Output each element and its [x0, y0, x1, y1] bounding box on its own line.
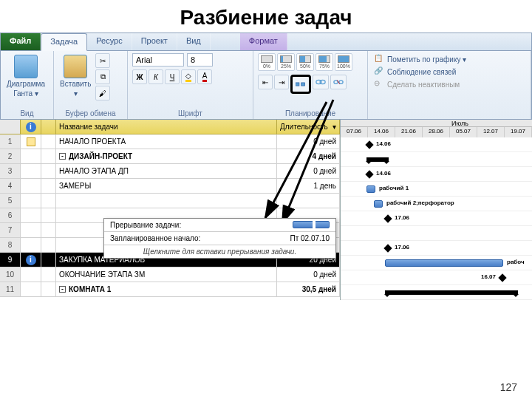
gantt-row[interactable]: 14.06 — [341, 137, 532, 152]
gantt-row[interactable]: 16.07 — [341, 270, 532, 285]
gantt-row[interactable]: 17.06 — [341, 211, 532, 226]
timescale-cell: 14.06 — [368, 127, 395, 137]
gantt-row[interactable]: 17.06 — [341, 241, 532, 256]
hdr-duration[interactable]: Длительность▾ — [277, 120, 340, 134]
hdr-info[interactable]: i — [21, 120, 41, 134]
outdent-button[interactable]: ⇤ — [258, 75, 273, 89]
ribbon-tabs: Файл Задача Ресурс Проект Вид Формат — [1, 33, 531, 51]
table-row[interactable]: 5 — [0, 194, 340, 208]
paste-icon — [64, 55, 87, 78]
font-name-select[interactable] — [132, 53, 184, 66]
timescale-cell: 19.07 — [505, 127, 532, 137]
gantt-row[interactable]: рабоч — [341, 256, 532, 270]
gantt-row[interactable] — [341, 285, 532, 300]
group-font-label: Шрифт — [132, 109, 248, 118]
gantt-timescale: Июль 07.0614.0621.0628.0605.0712.0719.07 — [341, 120, 532, 137]
ribbon: Файл Задача Ресурс Проект Вид Формат Диа… — [0, 33, 532, 120]
gantt-chart-button[interactable]: Диаграмма Ганта ▾ — [5, 53, 47, 99]
pct-75-button[interactable]: 75% — [316, 53, 333, 71]
svg-rect-1 — [301, 83, 305, 86]
tab-view[interactable]: Вид — [177, 33, 211, 50]
tab-project[interactable]: Проект — [132, 33, 177, 50]
format-painter-button[interactable]: 🖌 — [95, 86, 110, 100]
group-planning-label: Планирование — [258, 109, 363, 118]
svg-point-5 — [339, 81, 343, 83]
ribbon-body: Диаграмма Ганта ▾ Вид Вставить ▾ ✂ ⧉ 🖌 Б — [1, 51, 531, 119]
group-clipboard-label: Буфер обмена — [58, 109, 123, 118]
gantt-row[interactable]: 14.06 — [341, 167, 532, 182]
unlink-tasks-button[interactable] — [330, 75, 347, 89]
paste-button[interactable]: Вставить ▾ — [58, 53, 92, 99]
indent-button[interactable]: ⇥ — [274, 75, 289, 89]
group-view-label: Вид — [5, 109, 49, 118]
table-row[interactable]: 11-КОМНАТА 130,5 дней — [0, 282, 340, 297]
gantt-row[interactable]: рабочий 1 — [341, 182, 532, 197]
sheet-area: i Название задачи Длительность▾ 1НАЧАЛО … — [0, 120, 532, 300]
tooltip-plan-value: Пт 02.07.10 — [290, 234, 330, 242]
info-icon: i — [26, 255, 36, 265]
cut-button[interactable]: ✂ — [95, 53, 110, 68]
pct-25-button[interactable]: 25% — [277, 53, 295, 71]
copy-button[interactable]: ⧉ — [95, 69, 110, 84]
links-icon: 🔗 — [374, 66, 384, 77]
split-task-tooltip: Прерывание задачи: Запланированное начал… — [103, 218, 336, 259]
italic-button[interactable]: К — [149, 69, 163, 84]
timescale-cell: 21.06 — [395, 127, 423, 137]
svg-rect-0 — [296, 83, 299, 86]
inactive-icon: ⊖ — [374, 79, 384, 89]
info-icon: i — [26, 122, 36, 132]
respect-links-button[interactable]: 🔗Соблюдение связей — [372, 66, 526, 78]
tab-resource[interactable]: Ресурс — [87, 33, 132, 50]
note-icon — [27, 137, 35, 146]
underline-button[interactable]: Ч — [165, 69, 180, 84]
table-row[interactable]: 4ЗАМЕРЫ1 день — [0, 179, 340, 194]
hdr-name[interactable]: Название задачи — [56, 120, 277, 134]
timescale-cell: 07.06 — [341, 127, 368, 137]
page-number: 127 — [500, 381, 517, 393]
tab-file[interactable]: Файл — [1, 33, 41, 50]
tooltip-title: Прерывание задачи: — [110, 221, 181, 229]
fill-color-button[interactable]: ◇ — [181, 69, 196, 84]
bold-button[interactable]: Ж — [132, 69, 147, 84]
gantt-icon — [14, 55, 38, 78]
table-header: i Название задачи Длительность▾ — [0, 120, 340, 134]
font-color-button[interactable]: A — [197, 69, 212, 84]
pct-100-button[interactable]: 100% — [335, 53, 352, 71]
font-size-select[interactable] — [187, 53, 213, 66]
task-table: i Название задачи Длительность▾ 1НАЧАЛО … — [0, 120, 340, 300]
table-row[interactable]: 3НАЧАЛО ЭТАПА ДП0 дней — [0, 164, 340, 179]
timescale-cell: 28.06 — [423, 127, 450, 137]
hdr-indicators[interactable] — [41, 120, 56, 134]
tooltip-hint: Щелкните для вставки прерывания задачи. — [104, 245, 335, 258]
tooltip-plan-label: Запланированное начало: — [110, 234, 200, 242]
pct-50-button[interactable]: 50% — [296, 53, 314, 71]
mark-on-track-button[interactable]: 📋Пометить по графику ▾ — [372, 53, 526, 65]
svg-point-3 — [320, 80, 325, 83]
table-row[interactable]: 2-ДИЗАЙН-ПРОЕКТ4 дней — [0, 149, 340, 164]
hdr-rownum[interactable] — [0, 120, 21, 134]
mark-icon: 📋 — [374, 54, 384, 64]
gantt-chart[interactable]: Июль 07.0614.0621.0628.0605.0712.0719.07… — [340, 120, 532, 300]
timescale-cell: 05.07 — [450, 127, 477, 137]
split-bar-icon — [293, 221, 330, 228]
gantt-row[interactable] — [341, 226, 532, 241]
gantt-row[interactable] — [341, 152, 532, 167]
svg-point-4 — [334, 81, 338, 83]
gantt-row[interactable]: рабочий 2;перфоратор — [341, 197, 532, 211]
tab-task[interactable]: Задача — [41, 33, 87, 51]
split-task-button[interactable] — [290, 75, 311, 94]
tab-format[interactable]: Формат — [240, 33, 287, 50]
link-tasks-button[interactable] — [313, 75, 329, 89]
slide-title: Разбиение задач — [0, 0, 532, 33]
inactivate-button[interactable]: ⊖Сделать неактивным — [372, 78, 526, 90]
pct-0-button[interactable]: 0% — [258, 53, 276, 71]
table-row[interactable]: 1НАЧАЛО ПРОЕКТА0 дней — [0, 134, 340, 149]
table-row[interactable]: 10ОКОНЧАНИЕ ЭТАПА ЗМ0 дней — [0, 267, 340, 282]
timescale-cell: 12.07 — [477, 127, 505, 137]
